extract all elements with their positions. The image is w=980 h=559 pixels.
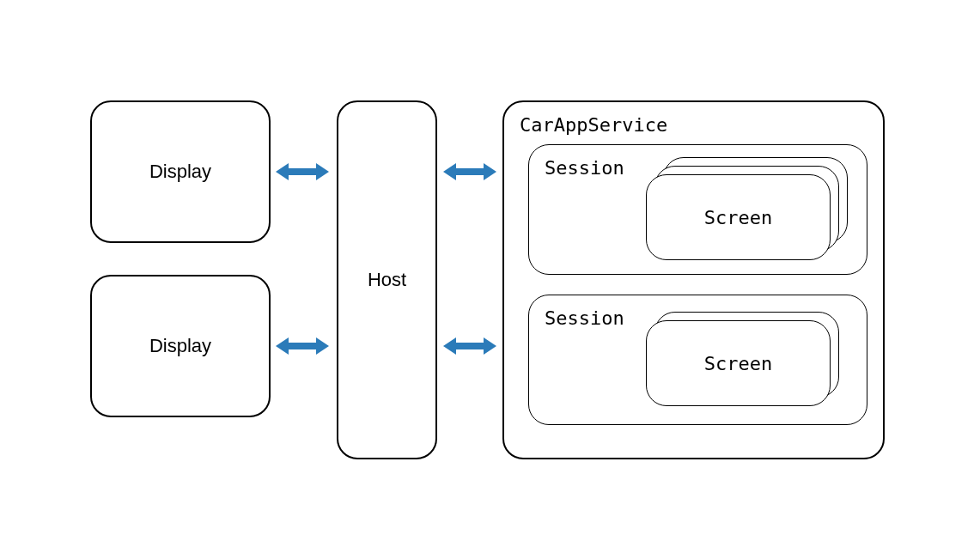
svg-marker-1 <box>276 163 289 180</box>
display-top: Display <box>90 100 271 243</box>
svg-marker-7 <box>443 163 456 180</box>
host: Host <box>337 100 437 459</box>
arrow-host-service-top <box>443 161 496 183</box>
svg-marker-10 <box>443 337 456 355</box>
svg-marker-2 <box>316 163 329 180</box>
screen-1: Screen <box>646 174 831 260</box>
car-app-service-label: CarAppService <box>520 114 667 136</box>
screen-2-label: Screen <box>704 353 772 374</box>
session-1-label: Session <box>545 157 624 179</box>
svg-marker-8 <box>484 163 496 180</box>
arrow-display2-host <box>276 335 329 357</box>
svg-rect-0 <box>285 168 320 175</box>
svg-marker-11 <box>484 337 496 355</box>
display-bottom-label: Display <box>149 335 211 357</box>
screen-2: Screen <box>646 320 831 406</box>
arrow-display1-host <box>276 161 329 183</box>
screen-1-label: Screen <box>704 207 772 228</box>
svg-rect-9 <box>453 343 487 349</box>
display-bottom: Display <box>90 275 271 417</box>
session-2-label: Session <box>545 307 624 329</box>
svg-marker-4 <box>276 337 289 355</box>
svg-marker-5 <box>316 337 329 355</box>
svg-rect-6 <box>453 168 487 175</box>
display-top-label: Display <box>149 161 211 183</box>
svg-rect-3 <box>285 343 320 349</box>
arrow-host-service-bottom <box>443 335 496 357</box>
host-label: Host <box>368 269 406 291</box>
